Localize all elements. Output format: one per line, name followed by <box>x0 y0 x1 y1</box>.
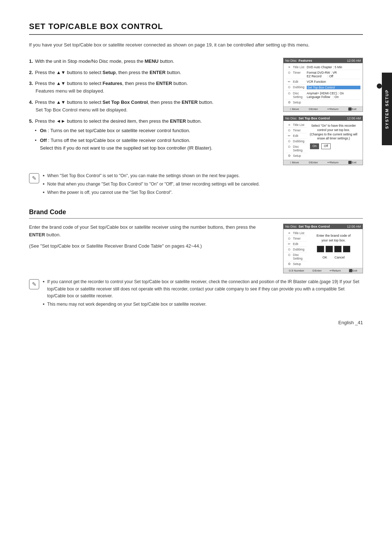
page-container: SYSTEM SETUP SET TOP/CABLE BOX CONTROL I… <box>0 0 392 336</box>
screens-col: No Disc Features 12:00 AM ≡ Title List D… <box>283 58 363 165</box>
brand-content-area: Enter the brand code of your Set top/Cab… <box>29 224 363 273</box>
screen2-on-btn[interactable]: On <box>310 143 319 149</box>
screen1-row-timer: ⊙ Timer Format DVD-RW : VREZ Record : Of… <box>286 70 360 79</box>
bullet-on: On : Turns on the set top/Cable box or s… <box>40 127 272 135</box>
code-boxes <box>308 244 359 254</box>
code-box-1 <box>317 246 324 252</box>
step-4: 4. Press the ▲▼ buttons to select Set To… <box>29 99 272 114</box>
screen1-header: No Disc Features 12:00 AM <box>283 58 363 63</box>
screen1-row-dubbing: ⊙ Dubbing Set Top Box Control <box>286 85 360 91</box>
screen3-footer: 0-9 Number ⊙Enter ↩Return ⬛Exit <box>283 268 363 273</box>
step-3: 3. Press the ▲▼ buttons to select Featur… <box>29 80 272 95</box>
screen2-row-setup: ⚙ Setup <box>286 153 307 158</box>
note-item-1: When "Set Top Box Control" is set to "On… <box>43 172 363 179</box>
note-icon: ✎ <box>29 173 39 183</box>
brand-notes-section: ✎ If you cannot get the recorder to cont… <box>29 278 363 309</box>
screen-features: No Disc Features 12:00 AM ≡ Title List D… <box>283 58 363 112</box>
screen3-header: No Disc Set Top Box Control 12:00 AM <box>283 224 363 229</box>
code-box-3 <box>334 246 342 252</box>
step-1: 1. With the unit in Stop mode/No Disc mo… <box>29 58 272 65</box>
step-2: 2. Press the ▲▼ buttons to select Setup,… <box>29 69 272 77</box>
side-tab: SYSTEM SETUP <box>382 73 392 145</box>
note-items: When "Set Top Box Control" is set to "On… <box>43 172 363 198</box>
screen2-footer: ↕ Move ⊙Enter ↩Return ⬛Exit <box>283 160 363 165</box>
code-box-4 <box>343 246 350 252</box>
screen3-row-edit: ✏ Edit <box>286 241 307 247</box>
brand-text-col: Enter the brand code of your Set top/Cab… <box>29 224 272 273</box>
code-box-2 <box>326 246 333 252</box>
screen1-header-right: 12:00 AM <box>347 59 361 62</box>
screen2-message: Select "On" to have this recordercontrol… <box>308 124 359 141</box>
screen1-row-edit: ✏ Edit VCR Function <box>286 79 360 85</box>
cancel-label[interactable]: Cancel <box>335 255 345 260</box>
screen3-header-right: 12:00 AM <box>347 225 361 228</box>
brand-note-items: If you cannot get the recorder to contro… <box>43 278 363 309</box>
screen2-row-dubbing: ⊙ Dubbing <box>286 139 307 144</box>
screen3-row-setup: ⚙ Setup <box>286 261 307 266</box>
bullet-off: Off : Turns off the set top/Cable box or… <box>40 137 272 152</box>
screen2-header: No Disc Set Top Box Control 12:00 AM <box>283 116 363 121</box>
screen2-header-left: No Disc Set Top Box Control <box>285 117 330 120</box>
ok-cancel-row: OK Cancel <box>308 254 359 261</box>
screen1-row-discsetting: ⊙ DiscSetting Anymat+ (HDMI CEC) : OnLan… <box>286 91 360 100</box>
instructions-col: 1. With the unit in Stop mode/No Disc mo… <box>29 58 272 165</box>
screen3-row-discsetting: ⊙ DiscSetting <box>286 252 307 261</box>
screen3-message: Enter the brand code ofyour set top box. <box>308 232 359 244</box>
screen-settopbox: No Disc Set Top Box Control 12:00 AM ≡ T… <box>283 115 363 165</box>
screen1-row-setup: ⚙ Setup <box>286 100 360 105</box>
notes-section: ✎ When "Set Top Box Control" is set to "… <box>29 172 363 198</box>
side-tab-label: SYSTEM SETUP <box>385 89 389 129</box>
screen3-header-left: No Disc Set Top Box Control <box>285 225 330 228</box>
screen2-row-titlelist: ≡ Title List <box>286 122 307 128</box>
screen2-header-right: 12:00 AM <box>347 117 361 120</box>
step-5-bullets: On : Turns on the set top/Cable box or s… <box>29 127 272 152</box>
screen1-header-left: No Disc Features <box>285 59 312 62</box>
note-item-3: When the power is off, you cannot use th… <box>43 189 363 196</box>
page-title: SET TOP/CABLE BOX CONTROL <box>29 22 363 35</box>
screen3-row-dubbing: ⊙ Dubbing <box>286 247 307 252</box>
brand-code-title: Brand Code <box>29 208 363 219</box>
screen2-off-btn[interactable]: Off <box>321 143 330 149</box>
side-tab-dot <box>377 84 382 89</box>
brand-note-item-2: This menu may not work depending on your… <box>43 301 363 308</box>
brand-see-note: (See "Set top/Cable box or Satellite Rec… <box>29 243 272 250</box>
brand-note-item-1: If you cannot get the recorder to contro… <box>43 278 363 300</box>
brand-note-icon: ✎ <box>29 279 39 289</box>
brand-screen-col: No Disc Set Top Box Control 12:00 AM ≡ T… <box>283 224 363 273</box>
page-number: English _41 <box>338 320 363 325</box>
screen3-row-timer: ⊙ Timer <box>286 236 307 241</box>
screen2-body: ≡ Title List ⊙ Timer ✏ Edit <box>283 121 363 160</box>
step-5: 5. Press the ◄► buttons to select the de… <box>29 118 272 152</box>
screen2-select-row: On Off <box>308 142 359 150</box>
screen1-footer: ↕ Move ⊙Enter ↩Return ⬛Exit <box>283 106 363 111</box>
screen1-row-titlelist: ≡ Title List DVD Auto Chapter : 5 Min <box>286 65 360 70</box>
screen3-row-titlelist: ≡ Title List <box>286 231 307 236</box>
note-item-2: Note that when you change "Set Top Box C… <box>43 181 363 188</box>
intro-text: If you have your Set top/Cable box or sa… <box>29 41 363 49</box>
main-content-area: 1. With the unit in Stop mode/No Disc mo… <box>29 58 363 165</box>
brand-intro: Enter the brand code of your Set top/Cab… <box>29 224 272 239</box>
screen2-row-timer: ⊙ Timer <box>286 128 307 133</box>
screen-brand-code: No Disc Set Top Box Control 12:00 AM ≡ T… <box>283 224 363 273</box>
screen3-body: ≡ Title List ⊙ Timer ✏ Edit <box>283 229 363 268</box>
ok-label[interactable]: OK <box>322 255 327 260</box>
screen2-row-discsetting: ⊙ DiscSetting <box>286 144 307 153</box>
steps-list: 1. With the unit in Stop mode/No Disc mo… <box>29 58 272 152</box>
screen1-body: ≡ Title List DVD Auto Chapter : 5 Min ⊙ … <box>283 63 363 106</box>
page-footer: English _41 <box>338 320 363 325</box>
screen2-row-edit: ✏ Edit <box>286 133 307 139</box>
